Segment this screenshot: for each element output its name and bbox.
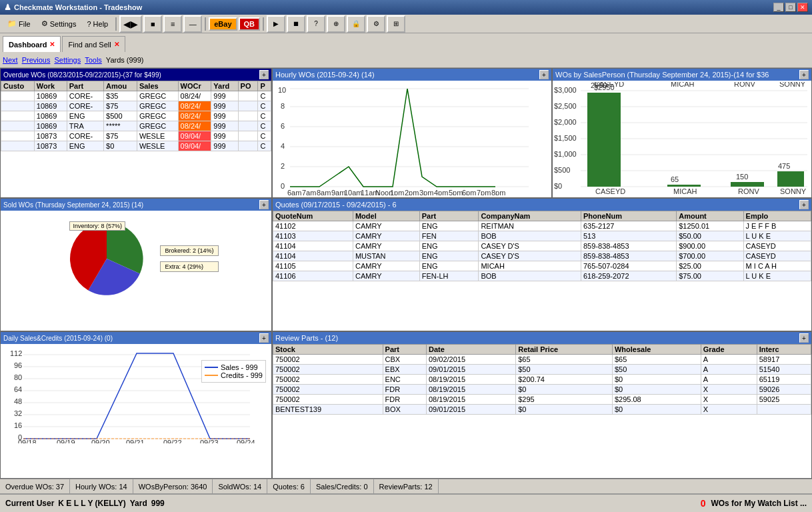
table-row[interactable]: 10869 CORE- $75 GREGC 08/24/ 999 C [1, 101, 271, 111]
nav-tools[interactable]: Tools [85, 56, 102, 64]
cell-stock: 750002 [273, 375, 383, 385]
qb-button[interactable]: QB [239, 17, 261, 31]
table-row[interactable]: 41103 CAMRY FEN BOB 513 $50.00 L U K E [273, 231, 811, 241]
overdue-wos-content: Custo Work Part Amou Sales WOCr Yard PO … [1, 81, 271, 197]
cell-yard: 999 [211, 101, 238, 111]
cell-po [238, 141, 258, 151]
toolbar-play-btn[interactable]: ▶ [267, 15, 285, 33]
table-row[interactable]: 41102 CAMRY ENG REITMAN 635-2127 $1250.0… [273, 221, 811, 231]
cell-wholesale: $65 [612, 355, 701, 365]
menu-settings[interactable]: ⚙ Settings [37, 17, 81, 30]
table-row[interactable]: 750002 EBX 09/01/2015 $50 $50 A 51540 [273, 365, 811, 375]
quotes-col-phone: PhoneNum [581, 211, 677, 221]
table-row[interactable]: 10873 ENG $0 WESLE 09/04/ 999 C [1, 141, 271, 151]
menu-help[interactable]: ? Help [82, 18, 113, 30]
quotes-header: Quotes (09/17/2015 - 09/24/2015) - 6 + [273, 199, 811, 211]
table-row[interactable]: 41106 CAMRY FEN-LH BOB 618-259-2072 $75.… [273, 271, 811, 281]
cell-custo [1, 121, 35, 131]
table-row[interactable]: 10869 TRA ***** GREGC 08/24/ 999 C [1, 121, 271, 131]
toolbar-btn-4[interactable]: — [183, 15, 202, 33]
cell-amou: $75 [104, 101, 137, 111]
overdue-wos-add-btn[interactable]: + [259, 70, 269, 79]
table-row[interactable]: 41104 MUSTAN ENG CASEY D'S 859-838-4853 … [273, 251, 811, 261]
lines-icon: ≡ [171, 20, 175, 28]
toolbar-gear-btn[interactable]: ⚙ [367, 15, 385, 33]
table-row[interactable]: 750002 FDR 08/19/2015 $0 $0 X 59026 [273, 385, 811, 395]
menu-bar: 📁 File ⚙ Settings ? Help ◀▶ ■ ≡ — eBay Q… [0, 15, 812, 33]
tab-find-sell[interactable]: Find and Sell ✕ [62, 36, 125, 52]
cell-yard: 999 [211, 131, 238, 141]
table-row[interactable]: 41104 CAMRY ENG CASEY D'S 859-838-4853 $… [273, 241, 811, 251]
toolbar-stop-btn[interactable]: ⏹ [287, 15, 305, 33]
maximize-button[interactable]: □ [785, 3, 796, 12]
separator-2 [205, 17, 206, 31]
toolbar-btn-2[interactable]: ■ [143, 15, 162, 33]
col-sales: Sales [137, 81, 178, 91]
minimize-button[interactable]: _ [773, 3, 784, 12]
daily-sales-add-btn[interactable]: + [259, 333, 269, 343]
toolbar-lock-btn[interactable]: 🔒 [347, 15, 365, 33]
hourly-wos-add-btn[interactable]: + [539, 70, 549, 79]
app-icon: ♟ [4, 3, 11, 12]
svg-text:MICAH: MICAH [673, 187, 697, 195]
cell-po [238, 111, 258, 121]
table-row[interactable]: 750002 CBX 09/02/2015 $65 $65 A 58917 [273, 355, 811, 365]
menu-file[interactable]: 📁 File [3, 17, 35, 30]
yard-label: Yard [130, 499, 147, 508]
sold-wos-add-btn[interactable]: + [259, 200, 269, 209]
svg-text:1pm: 1pm [390, 189, 404, 195]
cell-work: 10869 [34, 121, 67, 131]
tab-dashboard[interactable]: Dashboard ✕ [3, 36, 61, 52]
cell-grade: A [701, 365, 757, 375]
cell-work: 10869 [34, 101, 67, 111]
wos-by-person-add-btn[interactable]: + [799, 70, 809, 79]
wos-by-person-panel: WOs by SalesPerson (Thursday September 2… [552, 68, 812, 198]
table-row[interactable]: 750002 FDR 08/19/2015 $295 $295.08 X 590… [273, 395, 811, 405]
cell-sales: GREGC [137, 101, 178, 111]
cell-phone: 859-838-4853 [581, 251, 677, 261]
table-row[interactable]: 10869 ENG $500 GREGC 08/24/ 999 C [1, 111, 271, 121]
cell-amou: $35 [104, 91, 137, 101]
tab-find-sell-close[interactable]: ✕ [114, 41, 119, 48]
quotes-add-btn[interactable]: + [799, 200, 809, 209]
table-row[interactable]: 10873 CORE- $75 WESLE 09/04/ 999 C [1, 131, 271, 141]
cell-interc [757, 405, 811, 415]
cell-wholesale: $0 [612, 385, 701, 395]
svg-text:$1,500: $1,500 [554, 134, 577, 142]
toolbar-extra-btn[interactable]: ⊞ [387, 15, 405, 33]
cell-sales: GREGC [137, 91, 178, 101]
table-row[interactable]: 10869 CORE- $35 GREGC 08/24/ 999 C [1, 91, 271, 101]
cell-wocr: 09/04/ [178, 141, 211, 151]
nav-previous[interactable]: Previous [22, 56, 51, 64]
nav-settings[interactable]: Settings [54, 56, 81, 64]
cell-yard: 999 [211, 141, 238, 151]
table-row[interactable]: 41105 CAMRY ENG MICAH 765-507-0284 $25.0… [273, 261, 811, 271]
menu-help-label: Help [93, 20, 109, 28]
cell-amount: $25.00 [677, 261, 743, 271]
toolbar-btn-1[interactable]: ◀▶ [119, 15, 142, 33]
review-parts-add-btn[interactable]: + [799, 333, 809, 343]
window-controls[interactable]: _ □ ✕ [773, 3, 808, 12]
svg-text:$3,000: $3,000 [554, 86, 577, 94]
left-column: Overdue WOs (08/23/2015-09/22/2015)-(37 … [0, 68, 272, 479]
svg-text:09/23: 09/23 [200, 439, 219, 443]
quotes-col-num: QuoteNum [273, 211, 353, 221]
toolbar-btn-3[interactable]: ≡ [163, 15, 182, 33]
toolbar-add-btn[interactable]: ⊕ [327, 15, 345, 33]
title-bar: ♟ Checkmate Workstation - Tradeshow _ □ … [0, 0, 812, 15]
svg-text:$1,000: $1,000 [554, 150, 577, 158]
cell-part: ENC [383, 375, 426, 385]
ebay-button[interactable]: eBay [209, 17, 237, 31]
cell-yard: 999 [211, 121, 238, 131]
close-button[interactable]: ✕ [797, 3, 808, 12]
table-row[interactable]: BENTEST139 BOX 09/01/2015 $0 $0 X [273, 405, 811, 415]
toolbar-question-btn[interactable]: ? [307, 15, 325, 33]
tab-dashboard-close[interactable]: ✕ [49, 41, 55, 48]
svg-text:5pm: 5pm [449, 189, 463, 195]
nav-next[interactable]: Next [3, 56, 18, 64]
svg-text:$2,500: $2,500 [554, 102, 577, 110]
cell-sales: WESLE [137, 141, 178, 151]
cell-amou: ***** [104, 121, 137, 131]
table-row[interactable]: 750002 ENC 08/19/2015 $200.74 $0 A 65119 [273, 375, 811, 385]
svg-text:8pm: 8pm [491, 189, 505, 195]
